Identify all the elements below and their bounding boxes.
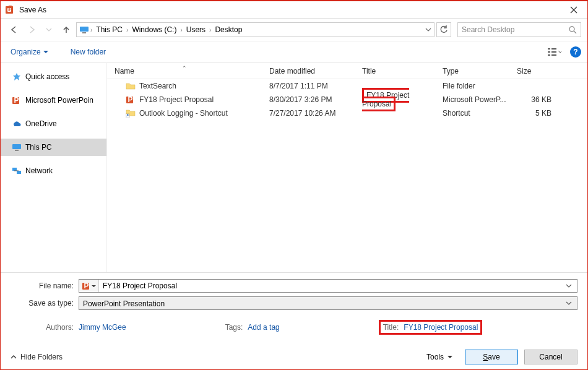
file-title-highlight: FY18 Project Proposal — [355, 91, 435, 108]
breadcrumb-desktop[interactable]: Desktop — [212, 25, 244, 34]
file-date: 8/30/2017 3:26 PM — [262, 95, 355, 104]
cancel-button[interactable]: Cancel — [524, 350, 577, 364]
filename-combo[interactable]: P — [79, 279, 577, 293]
star-icon — [12, 72, 22, 82]
sidebar-item-quickaccess[interactable]: Quick access — [1, 68, 106, 85]
tags-label: Tags: — [225, 323, 243, 332]
breadcrumb-users[interactable]: Users — [184, 25, 208, 34]
saveastype-label: Save as type: — [11, 299, 79, 308]
folder-icon — [126, 81, 136, 91]
chevron-right-icon[interactable]: › — [126, 27, 128, 33]
network-icon — [12, 166, 22, 176]
tags-value[interactable]: Add a tag — [248, 323, 279, 332]
help-button[interactable]: ? — [570, 46, 581, 58]
refresh-button[interactable] — [436, 22, 451, 37]
pc-icon — [12, 142, 22, 152]
svg-text:P: P — [128, 95, 133, 104]
app-icon: P — [6, 5, 15, 15]
file-date: 7/27/2017 10:26 AM — [262, 109, 355, 118]
title-highlight: Title: FY18 Project Proposal — [379, 320, 483, 335]
saveastype-combo[interactable]: PowerPoint Presentation — [79, 296, 577, 310]
pc-icon — [79, 25, 89, 35]
svg-rect-14 — [551, 54, 556, 56]
file-type-icon[interactable]: P — [79, 280, 99, 292]
filename-label: File name: — [11, 282, 79, 290]
svg-rect-9 — [548, 48, 550, 49]
chevron-right-icon[interactable]: › — [209, 27, 211, 33]
saveastype-row: Save as type: PowerPoint Presentation — [11, 296, 577, 310]
sidebar-item-label: This PC — [25, 143, 52, 152]
shortcut-folder-icon — [126, 108, 136, 118]
column-headers: ⌃ Name Date modified Title Type Size — [107, 63, 587, 79]
forward-button[interactable] — [24, 22, 39, 37]
sidebar-item-thispc[interactable]: This PC — [1, 139, 106, 156]
svg-rect-5 — [80, 27, 89, 32]
svg-point-7 — [569, 27, 574, 32]
chevron-right-icon[interactable]: › — [180, 27, 182, 33]
authors-label: Authors: — [11, 323, 79, 332]
sidebar-item-onedrive[interactable]: OneDrive — [1, 115, 106, 132]
svg-rect-19 — [12, 168, 17, 171]
chevron-up-icon — [11, 354, 17, 360]
svg-rect-13 — [551, 51, 556, 53]
close-button[interactable] — [565, 5, 582, 15]
recent-dropdown[interactable] — [41, 22, 56, 37]
file-row[interactable]: P FY18 Project Proposal 8/30/2017 3:26 P… — [107, 93, 587, 106]
saveastype-value: PowerPoint Presentation — [79, 297, 566, 309]
svg-rect-12 — [551, 48, 556, 49]
sidebar-item-label: Quick access — [25, 72, 69, 81]
nav-bar: › This PC › Windows (C:) › Users › Deskt… — [1, 19, 587, 41]
tools-menu[interactable]: Tools — [426, 353, 452, 361]
organize-menu[interactable]: Organize — [7, 45, 52, 59]
new-folder-button[interactable]: New folder — [67, 45, 110, 59]
col-date-header[interactable]: Date modified — [262, 67, 355, 75]
sidebar-item-powerpoint[interactable]: P Microsoft PowerPoin — [1, 92, 106, 109]
svg-line-8 — [574, 31, 576, 33]
authors-value[interactable]: Jimmy McGee — [79, 323, 126, 332]
title-bar: P Save As — [1, 1, 587, 19]
col-size-header[interactable]: Size — [509, 67, 559, 75]
svg-rect-6 — [82, 32, 86, 33]
chevron-down-icon[interactable] — [425, 27, 431, 33]
powerpoint-icon: P — [12, 95, 22, 105]
svg-rect-11 — [548, 54, 550, 56]
svg-text:P: P — [8, 5, 13, 13]
save-button[interactable]: Save — [465, 350, 518, 364]
hide-folders-button[interactable]: Hide Folders — [11, 353, 63, 361]
file-size: 36 KB — [509, 95, 559, 104]
title-value[interactable]: FY18 Project Proposal — [404, 323, 478, 332]
file-type: File folder — [435, 82, 509, 90]
chevron-down-icon — [447, 355, 452, 359]
col-type-header[interactable]: Type — [435, 67, 509, 75]
svg-text:P: P — [84, 282, 89, 290]
breadcrumb-this-pc[interactable]: This PC — [93, 25, 125, 34]
search-input[interactable]: Search Desktop — [457, 22, 581, 37]
search-icon — [568, 25, 577, 34]
file-list: ⌃ Name Date modified Title Type Size Tex… — [107, 63, 587, 272]
back-button[interactable] — [7, 22, 22, 37]
chevron-right-icon[interactable]: › — [90, 27, 92, 33]
col-name-header[interactable]: ⌃ Name — [107, 67, 262, 75]
chevron-down-icon[interactable] — [566, 300, 577, 306]
svg-rect-20 — [17, 171, 21, 174]
file-row[interactable]: TextSearch 8/7/2017 1:11 PM File folder — [107, 79, 587, 93]
sort-ascending-icon: ⌃ — [182, 65, 187, 71]
sidebar-item-network[interactable]: Network — [1, 162, 106, 179]
file-type: Shortcut — [435, 109, 509, 118]
bottom-panel: File name: P Save as type: PowerPoint Pr… — [1, 272, 587, 369]
chevron-down-icon[interactable] — [566, 283, 577, 289]
button-row: Hide Folders Tools Save Cancel — [11, 346, 577, 364]
cloud-icon — [12, 119, 22, 129]
file-type: Microsoft PowerP... — [435, 95, 509, 104]
col-title-header[interactable]: Title — [355, 67, 435, 75]
title-label: Title: — [383, 323, 399, 332]
breadcrumb-drive[interactable]: Windows (C:) — [129, 25, 179, 34]
file-row[interactable]: Outlook Logging - Shortcut 7/27/2017 10:… — [107, 106, 587, 120]
search-placeholder: Search Desktop — [462, 25, 568, 34]
view-menu[interactable] — [544, 45, 565, 59]
up-button[interactable] — [59, 22, 74, 37]
powerpoint-file-icon: P — [126, 95, 136, 105]
filename-input[interactable] — [99, 280, 566, 292]
sidebar-item-label: Network — [25, 166, 53, 175]
breadcrumb-bar[interactable]: › This PC › Windows (C:) › Users › Deskt… — [76, 22, 435, 37]
